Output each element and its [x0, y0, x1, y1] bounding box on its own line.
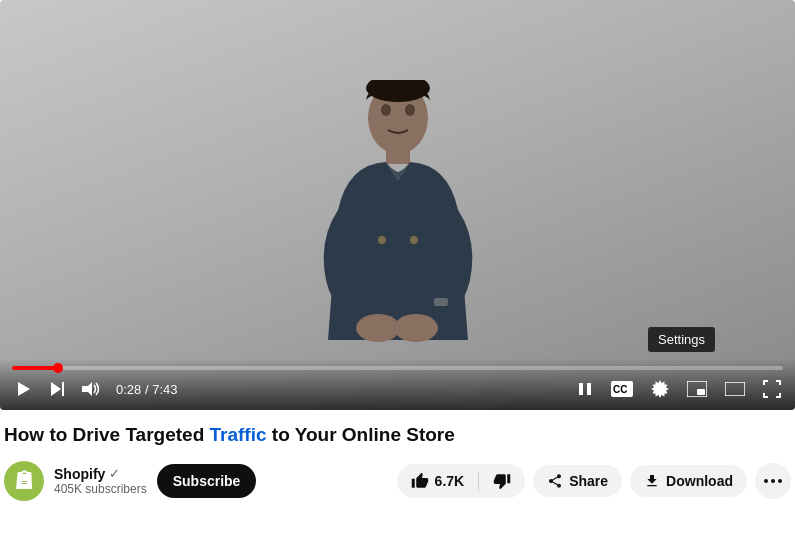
thumbs-up-icon — [411, 472, 429, 490]
subscriber-count: 405K subscribers — [54, 482, 147, 496]
volume-button[interactable] — [80, 379, 104, 399]
progress-fill — [12, 366, 58, 370]
video-thumbnail[interactable]: Settings — [0, 0, 795, 410]
svg-point-24 — [764, 479, 768, 483]
svg-rect-7 — [434, 298, 448, 306]
miniplayer-button[interactable] — [685, 379, 709, 399]
svg-marker-11 — [51, 382, 61, 396]
subscribe-button[interactable]: Subscribe — [157, 464, 257, 498]
action-buttons: 6.7K Share — [397, 463, 791, 499]
svg-point-2 — [356, 314, 400, 342]
svg-point-5 — [405, 104, 415, 116]
svg-rect-1 — [386, 148, 410, 164]
thumbs-down-icon — [493, 472, 511, 490]
svg-point-4 — [381, 104, 391, 116]
verified-badge-icon: ✓ — [109, 466, 120, 481]
video-player: Settings — [0, 0, 795, 501]
pause-button[interactable] — [575, 379, 595, 399]
next-icon — [48, 380, 66, 398]
svg-rect-23 — [22, 483, 27, 484]
svg-text:CC: CC — [613, 384, 627, 395]
svg-point-3 — [394, 314, 438, 342]
download-icon — [644, 473, 660, 489]
settings-button[interactable] — [649, 378, 671, 400]
volume-icon — [82, 381, 102, 397]
settings-tooltip: Settings — [648, 327, 715, 352]
fullscreen-button[interactable] — [761, 378, 783, 400]
svg-marker-10 — [18, 382, 30, 396]
svg-rect-22 — [22, 481, 27, 482]
svg-rect-12 — [62, 382, 64, 396]
person-figure — [308, 80, 488, 360]
theater-icon — [725, 382, 745, 396]
svg-rect-21 — [725, 382, 745, 396]
svg-point-9 — [410, 236, 418, 244]
progress-bar[interactable] — [12, 366, 783, 370]
theater-button[interactable] — [723, 380, 747, 398]
cc-icon: CC — [611, 381, 633, 397]
dislike-button[interactable] — [479, 464, 525, 498]
svg-rect-14 — [579, 383, 583, 395]
video-controls-bar: 0:28 / 7:43 CC — [0, 358, 795, 410]
share-button[interactable]: Share — [533, 465, 622, 497]
next-button[interactable] — [46, 378, 68, 400]
like-dislike-group: 6.7K — [397, 464, 526, 498]
svg-point-8 — [378, 236, 386, 244]
play-button[interactable] — [12, 378, 34, 400]
more-icon — [764, 479, 782, 483]
svg-point-26 — [778, 479, 782, 483]
below-video-section: How to Drive Targeted Traffic to Your On… — [0, 410, 795, 501]
miniplayer-icon — [687, 381, 707, 397]
avatar[interactable] — [4, 461, 44, 501]
play-icon — [14, 380, 32, 398]
like-button[interactable]: 6.7K — [397, 464, 479, 498]
svg-marker-13 — [82, 382, 92, 396]
captions-button[interactable]: CC — [609, 379, 635, 399]
svg-rect-15 — [587, 383, 591, 395]
pause-icon — [577, 381, 593, 397]
more-options-button[interactable] — [755, 463, 791, 499]
channel-name: Shopify — [54, 466, 105, 482]
share-icon — [547, 473, 563, 489]
svg-point-25 — [771, 479, 775, 483]
settings-gear-icon — [651, 380, 669, 398]
download-button[interactable]: Download — [630, 465, 747, 497]
time-display: 0:28 / 7:43 — [116, 382, 177, 397]
progress-dot — [53, 363, 63, 373]
svg-rect-20 — [697, 389, 705, 395]
like-count: 6.7K — [435, 473, 465, 489]
video-title: How to Drive Targeted Traffic to Your On… — [4, 422, 791, 449]
shopify-logo-icon — [10, 467, 38, 495]
channel-row: Shopify ✓ 405K subscribers Subscribe 6.7… — [4, 461, 791, 501]
channel-text-info: Shopify ✓ 405K subscribers — [54, 466, 147, 496]
fullscreen-icon — [763, 380, 781, 398]
channel-info-left: Shopify ✓ 405K subscribers Subscribe — [4, 461, 256, 501]
